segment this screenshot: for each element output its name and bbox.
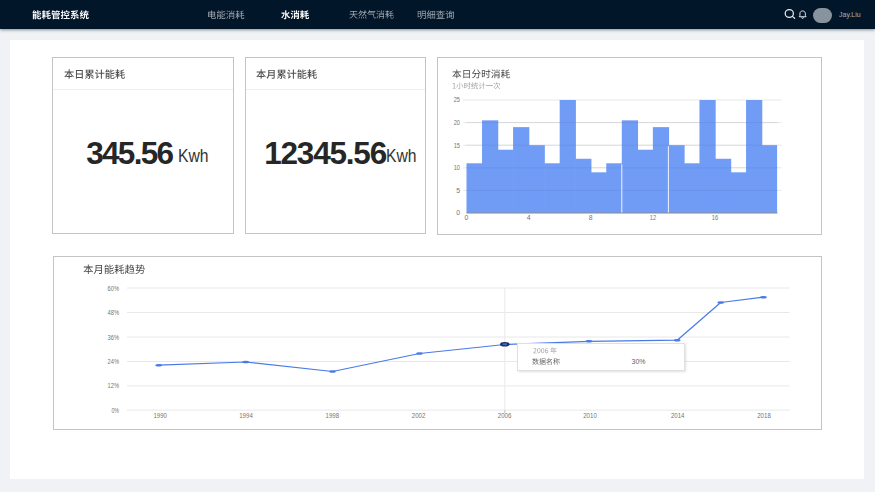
svg-text:0: 0 bbox=[456, 209, 460, 216]
svg-text:0%: 0% bbox=[111, 406, 119, 413]
svg-text:4: 4 bbox=[527, 213, 531, 220]
svg-text:2002: 2002 bbox=[412, 412, 426, 419]
svg-text:2014: 2014 bbox=[671, 412, 685, 419]
svg-text:20: 20 bbox=[454, 119, 460, 126]
svg-text:5: 5 bbox=[456, 186, 460, 193]
svg-text:36%: 36% bbox=[108, 333, 119, 340]
svg-text:12%: 12% bbox=[108, 382, 119, 389]
svg-text:25: 25 bbox=[454, 96, 460, 103]
svg-text:24%: 24% bbox=[108, 358, 119, 365]
svg-text:2018: 2018 bbox=[757, 412, 771, 419]
svg-text:1994: 1994 bbox=[239, 412, 253, 419]
svg-text:2006: 2006 bbox=[498, 412, 512, 419]
svg-text:2010: 2010 bbox=[583, 412, 597, 419]
svg-text:48%: 48% bbox=[108, 309, 119, 316]
svg-text:16: 16 bbox=[712, 213, 718, 220]
svg-text:15: 15 bbox=[454, 141, 460, 148]
svg-text:60%: 60% bbox=[108, 284, 119, 291]
svg-text:10: 10 bbox=[454, 164, 460, 171]
svg-text:12: 12 bbox=[650, 213, 656, 220]
svg-text:8: 8 bbox=[589, 213, 593, 220]
svg-text:0: 0 bbox=[465, 213, 469, 220]
svg-text:1998: 1998 bbox=[326, 412, 340, 419]
svg-text:1990: 1990 bbox=[153, 412, 167, 419]
